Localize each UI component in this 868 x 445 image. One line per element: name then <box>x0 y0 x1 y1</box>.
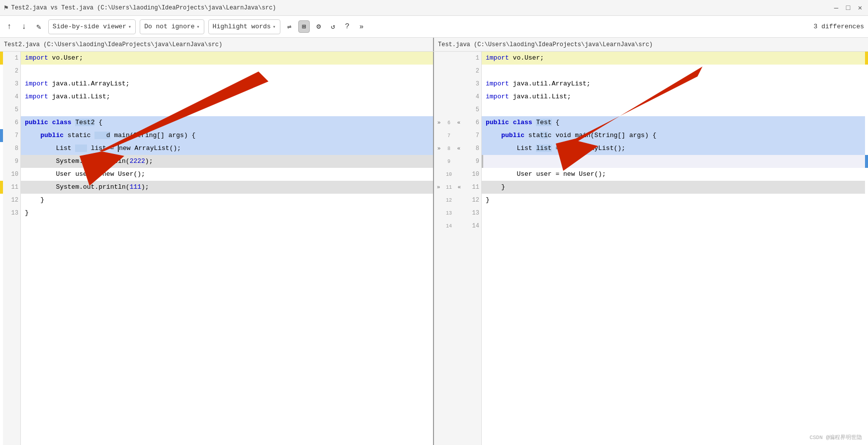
ignore-dropdown-arrow: ▾ <box>197 24 200 30</box>
right-code-line-6: public class Test { <box>482 116 865 129</box>
rmarker-13 <box>865 207 868 220</box>
left-code-line-4: import java.util.List; <box>21 90 433 103</box>
gutter-line-6: » 6 « <box>434 116 464 129</box>
rmarker-1 <box>865 52 868 65</box>
gutter-line-2 <box>434 65 464 77</box>
right-filename: Test.java (C:\Users\laoding\IdeaProjects… <box>438 41 653 48</box>
rnum-3: 3 <box>464 77 479 90</box>
file-headers: Test2.java (C:\Users\laoding\IdeaProject… <box>0 38 868 52</box>
right-code-line-4: import java.util.List; <box>482 90 865 103</box>
right-file-header: Test.java (C:\Users\laoding\IdeaProjects… <box>434 38 868 51</box>
right-code-line-12: } <box>482 194 865 207</box>
center-gutter: » 6 « 7 » 8 « 9 <box>434 52 464 445</box>
gutter-right-11: « <box>458 184 461 190</box>
more-icon[interactable]: » <box>356 21 366 32</box>
prev-diff-button[interactable]: ↑ <box>4 21 15 33</box>
right-code-line-7: public static void main(String[] args) { <box>482 129 865 142</box>
help-icon[interactable]: ? <box>342 21 352 32</box>
right-code-line-14 <box>482 220 865 232</box>
maximize-button[interactable]: □ <box>844 4 852 12</box>
left-code-area: import vo.User; import java.util.ArrayLi… <box>21 52 433 445</box>
gutter-num-8: 8 <box>447 146 450 151</box>
diff-content: 1 2 3 4 5 6 7 8 9 10 11 12 13 i <box>0 52 868 445</box>
edit-icon[interactable]: ✎ <box>33 20 44 33</box>
left-code-line-1: import vo.User; <box>21 52 433 65</box>
columns-icon[interactable]: ⊞ <box>298 20 309 33</box>
toolbar: ↑ ↓ ✎ Side-by-side viewer ▾ Do not ignor… <box>0 16 868 38</box>
main-area: Test2.java (C:\Users\laoding\IdeaProject… <box>0 38 868 445</box>
title-bar: ⚑ Test2.java vs Test.java (C:\Users\laod… <box>0 0 868 16</box>
gutter-line-5 <box>434 103 464 116</box>
minimize-button[interactable]: — <box>832 4 840 12</box>
lnum-4: 4 <box>3 90 18 103</box>
right-edge-markers <box>865 52 868 445</box>
lnum-1: 1 <box>3 52 18 65</box>
rmarker-5 <box>865 103 868 116</box>
left-code-line-6: public class Test2 { <box>21 116 433 129</box>
rnum-4: 4 <box>464 90 479 103</box>
rmarker-11 <box>865 181 868 194</box>
lnum-6: 6 <box>3 116 18 129</box>
watermark: CSDN @编程界明世隐 <box>809 434 862 441</box>
right-pane[interactable]: 1 2 3 4 5 6 7 8 9 10 11 12 13 14 <box>464 52 868 445</box>
rnum-13: 13 <box>464 207 479 220</box>
sync-scroll-icon[interactable]: ⇌ <box>284 21 294 32</box>
rnum-7: 7 <box>464 129 479 142</box>
right-code-line-2 <box>482 65 865 77</box>
rnum-5: 5 <box>464 103 479 116</box>
next-diff-button[interactable]: ↓ <box>19 21 30 33</box>
viewer-label: Side-by-side viewer <box>53 23 126 30</box>
gutter-right-6: « <box>457 120 461 126</box>
left-code-line-13: } <box>21 207 433 220</box>
right-code-line-5 <box>482 103 865 116</box>
refresh-icon[interactable]: ↺ <box>328 21 338 32</box>
rmarker-9 <box>865 155 868 168</box>
rmarker-4 <box>865 90 868 103</box>
rnum-1: 1 <box>464 52 479 65</box>
gutter-num-11: 11 <box>446 185 452 190</box>
lnum-11: 11 <box>3 181 18 194</box>
rmarker-12 <box>865 194 868 207</box>
lnum-10: 10 <box>3 168 18 181</box>
right-code-line-9 <box>482 155 865 168</box>
lnum-2: 2 <box>3 65 18 77</box>
left-code-line-11: System.out.println(111); <box>21 181 433 194</box>
lnum-8: 8 <box>3 142 18 155</box>
lnum-13: 13 <box>3 207 18 220</box>
gutter-line-8: » 8 « <box>434 142 464 155</box>
gutter-left-6: » <box>437 120 441 126</box>
rmarker-7 <box>865 129 868 142</box>
title-bar-left: ⚑ Test2.java vs Test.java (C:\Users\laod… <box>4 3 276 12</box>
gutter-line-10: 10 <box>434 168 464 181</box>
close-button[interactable]: ✕ <box>856 4 864 12</box>
highlight-dropdown[interactable]: Highlight words ▾ <box>208 19 280 34</box>
rnum-8: 8 <box>464 142 479 155</box>
right-code-line-13 <box>482 207 865 220</box>
rmarker-10 <box>865 168 868 181</box>
left-code-line-9: System.out.println(2222); <box>21 155 433 168</box>
gutter-num-9: 9 <box>447 159 450 164</box>
left-code-line-2 <box>21 65 433 77</box>
lnum-3: 3 <box>3 77 18 90</box>
viewer-dropdown[interactable]: Side-by-side viewer ▾ <box>48 19 136 34</box>
left-line-numbers: 1 2 3 4 5 6 7 8 9 10 11 12 13 <box>3 52 21 445</box>
left-file-header: Test2.java (C:\Users\laoding\IdeaProject… <box>0 38 434 51</box>
gutter-line-3 <box>434 77 464 90</box>
rnum-9: 9 <box>464 155 479 168</box>
right-code-line-10: User user = new User(); <box>482 168 865 181</box>
lnum-9: 9 <box>3 155 18 168</box>
gutter-line-14: 14 <box>434 220 464 232</box>
rnum-12: 12 <box>464 194 479 207</box>
app-icon: ⚑ <box>4 3 8 12</box>
rmarker-14 <box>865 220 868 232</box>
rmarker-8 <box>865 142 868 155</box>
settings-icon[interactable]: ⚙ <box>314 20 324 33</box>
gutter-line-12: 12 <box>434 194 464 207</box>
gutter-num-13: 13 <box>446 211 452 216</box>
ignore-dropdown[interactable]: Do not ignore ▾ <box>140 19 204 34</box>
right-code-line-1: import vo.User; <box>482 52 865 65</box>
gutter-left-11: » <box>437 184 440 190</box>
left-pane[interactable]: 1 2 3 4 5 6 7 8 9 10 11 12 13 i <box>0 52 434 445</box>
ignore-label: Do not ignore <box>144 23 194 30</box>
right-code-line-11: } <box>482 181 865 194</box>
